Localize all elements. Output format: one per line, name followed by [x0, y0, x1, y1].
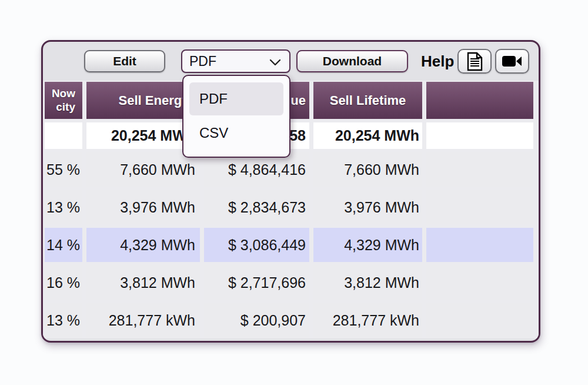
cell-sell-lifetime[interactable]: 20,254 MWh: [313, 122, 422, 149]
cell-blank[interactable]: [426, 122, 533, 149]
cell-capacity[interactable]: 55 %: [45, 152, 82, 187]
toolbar: Edit PDF PDF CSV Download Help: [43, 42, 539, 81]
cell-sell-energy[interactable]: 4,329 MWh: [86, 228, 200, 262]
cell-capacity[interactable]: 16 %: [45, 265, 82, 300]
chevron-down-icon: [269, 58, 282, 67]
cell-sell-lifetime[interactable]: 7,660 MWh: [313, 152, 422, 187]
column-header-sell-lifetime: Sell Lifetime: [313, 82, 422, 119]
cell-capacity[interactable]: 13 %: [45, 303, 82, 337]
dropdown-item-pdf[interactable]: PDF: [189, 82, 283, 115]
cell-sell-revenue[interactable]: $ 2,717,696: [204, 265, 309, 300]
cell-sell-revenue[interactable]: $ 3,086,449: [204, 228, 309, 262]
header-line: Now: [52, 87, 75, 100]
video-camera-icon: [502, 54, 523, 68]
help-document-button[interactable]: [457, 49, 492, 74]
format-select[interactable]: PDF: [181, 49, 290, 73]
cell-sell-lifetime[interactable]: 3,976 MWh: [313, 190, 422, 224]
cell-sell-energy[interactable]: 3,976 MWh: [86, 190, 200, 224]
column-header-blank: [426, 82, 533, 119]
download-button[interactable]: Download: [296, 50, 408, 72]
help-video-button[interactable]: [495, 49, 529, 74]
cell-sell-lifetime[interactable]: 4,329 MWh: [313, 228, 422, 262]
edit-button[interactable]: Edit: [84, 50, 165, 72]
cell-capacity[interactable]: 14 %: [45, 228, 82, 262]
format-dropdown-menu: PDF CSV: [182, 75, 290, 158]
cell-sell-revenue[interactable]: $ 200,907: [204, 303, 309, 337]
cell-sell-revenue[interactable]: $ 2,834,673: [204, 190, 309, 224]
cell-sell-energy[interactable]: 281,777 kWh: [86, 303, 200, 337]
cell-sell-lifetime[interactable]: 281,777 kWh: [313, 303, 422, 337]
cell-blank[interactable]: [426, 152, 533, 187]
format-select-value: PDF: [189, 54, 216, 69]
report-panel: Edit PDF PDF CSV Download Help: [41, 40, 540, 343]
cell-sell-energy[interactable]: 3,812 MWh: [86, 265, 200, 300]
cell-blank[interactable]: [426, 228, 533, 262]
cell-blank[interactable]: [426, 265, 533, 300]
cell-sell-energy[interactable]: 7,660 MWh: [86, 152, 200, 187]
dropdown-item-csv[interactable]: CSV: [189, 117, 283, 150]
cell-sell-lifetime[interactable]: 3,812 MWh: [313, 265, 422, 300]
column-header-capacity: Now city: [45, 82, 82, 119]
header-line: city: [56, 101, 75, 114]
format-select-wrap: PDF PDF CSV: [181, 49, 290, 73]
document-icon: [467, 52, 483, 71]
cell-capacity[interactable]: [45, 122, 82, 149]
cell-blank[interactable]: [426, 303, 533, 337]
report-table: Now city Sell Energy Sell Revenue Sell L…: [43, 81, 539, 338]
cell-capacity[interactable]: 13 %: [45, 190, 82, 224]
cell-blank[interactable]: [426, 190, 533, 224]
help-label: Help: [421, 52, 454, 71]
